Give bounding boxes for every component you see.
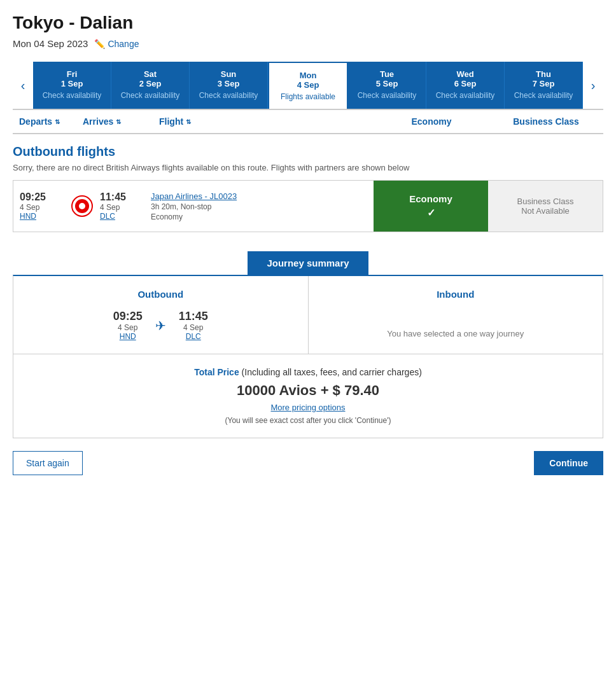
date-cells: Fri 1 Sep Check availability Sat 2 Sep C… — [33, 62, 583, 109]
inbound-panel: Inbound You have selected a one way jour… — [309, 276, 603, 354]
date-cell-1[interactable]: Sat 2 Sep Check availability — [111, 62, 190, 109]
pencil-icon: ✏️ — [94, 39, 105, 49]
economy-button[interactable]: Economy ✓ — [374, 181, 488, 232]
journey-summary-body: Outbound 09:25 4 Sep HND ✈ 11:45 4 Sep D… — [13, 275, 603, 438]
plane-icon: ✈ — [155, 318, 166, 333]
date-num: 5 Sep — [351, 79, 423, 88]
outbound-arrive-time: 11:45 — [179, 310, 208, 323]
inbound-panel-title: Inbound — [321, 289, 591, 300]
arrive-info: 11:45 4 Sep DLC — [100, 191, 144, 221]
date-cell-5[interactable]: Wed 6 Sep Check availability — [426, 62, 505, 109]
business-class-cell: Business Class Not Available — [488, 181, 603, 232]
flight-class: Economy — [151, 212, 237, 221]
table-header: Departs ⇅ Arrives ⇅ Flight ⇅ Economy Bus… — [13, 109, 603, 134]
day-name: Sun — [192, 69, 265, 79]
outbound-note: Sorry, there are no direct British Airwa… — [13, 163, 603, 172]
avail-label: Flights available — [272, 92, 344, 101]
change-link[interactable]: ✏️ Change — [94, 39, 139, 49]
jal-logo — [71, 195, 93, 217]
col-departs: Departs ⇅ — [13, 116, 83, 127]
day-name: Fri — [36, 69, 108, 79]
date-num: 4 Sep — [272, 80, 344, 90]
journey-panels: Outbound 09:25 4 Sep HND ✈ 11:45 4 Sep D… — [13, 276, 603, 354]
flight-row: 09:25 4 Sep HND 11:45 4 Sep DLC Japan Ai… — [13, 180, 603, 232]
outbound-times: 09:25 4 Sep HND ✈ 11:45 4 Sep DLC — [26, 310, 295, 341]
col-arrives: Arrives ⇅ — [83, 116, 153, 127]
one-way-message: You have selected a one way journey — [321, 310, 591, 338]
arrive-code[interactable]: DLC — [100, 212, 115, 221]
outbound-depart-time: 09:25 — [113, 310, 143, 323]
page-title: Tokyo - Dalian — [13, 13, 603, 33]
depart-code[interactable]: HND — [20, 212, 36, 221]
avail-label: Check availability — [351, 91, 423, 100]
jal-inner — [75, 199, 89, 213]
outbound-depart-date: 4 Sep — [113, 323, 143, 332]
date-cell-3[interactable]: Mon 4 Sep Flights available — [268, 62, 348, 109]
avail-label: Check availability — [507, 91, 580, 100]
more-pricing-link[interactable]: More pricing options — [26, 403, 590, 412]
avail-label: Check availability — [192, 91, 265, 100]
date-line: Mon 04 Sep 2023 ✏️ Change — [13, 38, 603, 49]
next-date-arrow[interactable]: › — [583, 62, 603, 109]
economy-label: Economy — [409, 193, 452, 204]
flight-info: 09:25 4 Sep HND 11:45 4 Sep DLC Japan Ai… — [13, 181, 374, 232]
col-business: Business Class — [489, 116, 603, 127]
check-icon: ✓ — [427, 207, 435, 219]
day-name: Sat — [114, 69, 186, 79]
date-num: 1 Sep — [36, 79, 108, 88]
total-price-value: 10000 Avios + $ 79.40 — [26, 382, 590, 399]
outbound-section-title: Outbound flights — [13, 144, 603, 159]
total-price-suffix: (Including all taxes, fees, and carrier … — [242, 367, 422, 377]
day-name: Wed — [429, 69, 501, 79]
outbound-panel: Outbound 09:25 4 Sep HND ✈ 11:45 4 Sep D… — [13, 276, 309, 354]
date-num: 2 Sep — [114, 79, 186, 88]
date-num: 7 Sep — [507, 79, 580, 88]
airline-link[interactable]: Japan Airlines - JL0023 — [151, 191, 237, 201]
day-name: Thu — [507, 69, 580, 79]
price-panel: Total Price (Including all taxes, fees, … — [13, 354, 603, 438]
depart-date: 4 Sep — [20, 203, 39, 212]
outbound-depart: 09:25 4 Sep HND — [113, 310, 143, 341]
change-label: Change — [108, 39, 139, 49]
business-line2: Not Available — [521, 206, 570, 216]
cost-note: (You will see exact cost after you click… — [26, 416, 590, 425]
total-price-strong: Total Price — [194, 367, 239, 377]
date-cell-0[interactable]: Fri 1 Sep Check availability — [33, 62, 111, 109]
avail-label: Check availability — [114, 91, 186, 100]
date-cell-6[interactable]: Thu 7 Sep Check availability — [505, 62, 583, 109]
date-cell-4[interactable]: Tue 5 Sep Check availability — [348, 62, 426, 109]
date-cell-2[interactable]: Sun 3 Sep Check availability — [190, 62, 268, 109]
col-flight: Flight ⇅ — [153, 116, 374, 127]
date-num: 3 Sep — [192, 79, 265, 88]
depart-time: 09:25 — [20, 191, 46, 203]
continue-button[interactable]: Continue — [534, 451, 603, 475]
avail-label: Check availability — [429, 91, 501, 100]
outbound-panel-title: Outbound — [26, 289, 295, 300]
depart-info: 09:25 4 Sep HND — [20, 191, 64, 221]
journey-summary-header: Journey summary — [13, 251, 603, 275]
total-price-label: Total Price (Including all taxes, fees, … — [26, 367, 590, 377]
bottom-bar: Start again Continue — [13, 451, 603, 475]
col-economy: Economy — [374, 116, 489, 127]
sort-icon-departs: ⇅ — [55, 118, 60, 125]
airline-logo — [71, 195, 94, 218]
sort-icon-arrives: ⇅ — [116, 118, 121, 125]
arrive-time: 11:45 — [100, 191, 126, 203]
avail-label: Check availability — [36, 91, 108, 100]
day-name: Tue — [351, 69, 423, 79]
date-nav: ‹ Fri 1 Sep Check availability Sat 2 Sep… — [13, 62, 603, 109]
outbound-arrive-code[interactable]: DLC — [186, 332, 201, 341]
start-again-button[interactable]: Start again — [13, 451, 83, 475]
prev-date-arrow[interactable]: ‹ — [13, 62, 33, 109]
outbound-arrive: 11:45 4 Sep DLC — [179, 310, 208, 341]
arrive-date: 4 Sep — [100, 203, 120, 212]
journey-summary-tab: Journey summary — [248, 251, 368, 275]
selected-date: Mon 04 Sep 2023 — [13, 38, 88, 49]
flight-duration: 3h 20m, Non-stop — [151, 202, 237, 211]
date-num: 6 Sep — [429, 79, 501, 88]
outbound-depart-code[interactable]: HND — [120, 332, 136, 341]
flight-details: Japan Airlines - JL0023 3h 20m, Non-stop… — [151, 191, 237, 221]
business-line1: Business Class — [517, 197, 574, 206]
day-name: Mon — [272, 71, 344, 80]
outbound-arrive-date: 4 Sep — [179, 323, 208, 332]
